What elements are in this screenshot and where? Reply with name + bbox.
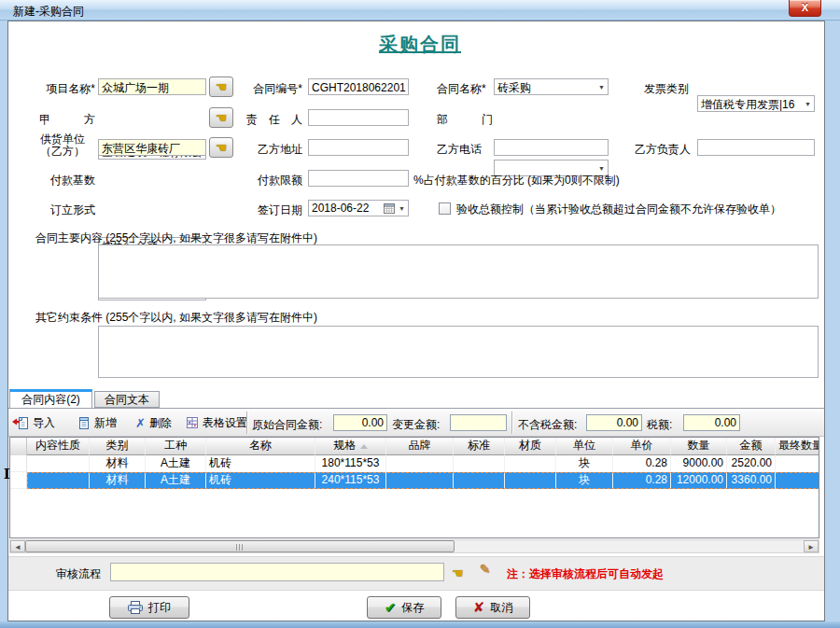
original-amount-input[interactable]: 0.00 — [333, 414, 387, 431]
change-amount-label: 变更金额: — [392, 417, 440, 433]
supplier-browse-button[interactable]: ☚ — [209, 137, 233, 158]
delete-button[interactable]: ✗ 删除 — [133, 412, 175, 433]
check-icon: ✔ — [385, 599, 397, 616]
contract-items-grid: 内容性质类别工种名称规格品牌标准材质单位单价数量金额最终数量 材料A土建机砖18… — [9, 437, 819, 538]
acceptance-label: 验收总额控制（当累计验收总额超过合同金额不允许保存验收单） — [456, 202, 781, 216]
header-cell[interactable]: 内容性质 — [27, 438, 90, 455]
ibeam-cursor: I — [4, 467, 10, 481]
table-cell: A土建 — [146, 472, 206, 489]
print-button[interactable]: 打印 — [109, 596, 189, 619]
party-b-address-input[interactable] — [308, 139, 409, 156]
header-cell[interactable]: 规格 — [315, 438, 386, 455]
scroll-right-arrow[interactable]: ► — [804, 540, 819, 552]
scrollbar-grip — [236, 544, 245, 551]
sign-date-picker[interactable]: 2018-06-22▼ — [308, 200, 409, 216]
contract-no-input[interactable]: CGHT2018062201 — [308, 78, 409, 95]
invoice-type-select[interactable]: 增值税专用发票|16▼ — [697, 95, 815, 112]
window-bottom-edge — [0, 621, 840, 628]
chevron-down-icon: ▼ — [805, 101, 811, 107]
supplier-label-line2: （乙方） — [30, 146, 95, 158]
responsible-label: 责 任 人 — [241, 112, 302, 127]
supplier-input[interactable]: 东营区华康砖厂 — [98, 139, 206, 156]
delete-icon: ✗ — [135, 416, 146, 430]
table-cell: 机砖 — [206, 455, 315, 472]
invoice-type-label: 发票类别 — [644, 81, 693, 96]
chevron-down-icon: ▼ — [399, 205, 405, 212]
contract-no-label: 合同编号* — [241, 81, 302, 96]
add-button[interactable]: 新增 — [75, 412, 119, 433]
project-input[interactable]: 众城广场一期 — [98, 78, 206, 95]
contract-name-select[interactable]: 砖采购▼ — [494, 78, 609, 95]
chevron-down-icon: ▼ — [598, 84, 605, 91]
review-flow-input[interactable] — [110, 563, 444, 581]
edit-pencil-icon[interactable]: ✎ — [480, 562, 491, 577]
calendar-icon — [384, 203, 395, 214]
header-cell[interactable]: 名称 — [206, 438, 315, 455]
payment-limit-input[interactable] — [308, 170, 409, 187]
import-button[interactable]: 导入 — [9, 412, 58, 433]
form-type-label: 订立形式 — [30, 202, 95, 217]
responsible-input[interactable] — [308, 109, 409, 126]
party-b-phone-input[interactable] — [494, 139, 609, 156]
header-cell[interactable]: 单位 — [556, 438, 613, 455]
table-row[interactable]: 材料A土建机砖180*115*53块0.289000.002520.00 — [10, 455, 819, 472]
header-cell[interactable]: 标准 — [454, 438, 505, 455]
table-cell — [454, 455, 505, 472]
table-cell — [27, 455, 90, 472]
untaxed-amount-label: 不含税金额: — [518, 417, 577, 433]
row-selector[interactable] — [10, 455, 27, 472]
tax-amount-input[interactable]: 0.00 — [683, 414, 740, 431]
review-flow-label: 审核流程 — [56, 566, 101, 581]
new-document-icon — [77, 416, 91, 430]
party-b-contact-input[interactable] — [697, 139, 815, 156]
acceptance-checkbox[interactable] — [439, 202, 451, 215]
header-cell[interactable]: 材质 — [505, 438, 556, 455]
department-label: 部 门 — [437, 112, 491, 127]
tab-contract-text[interactable]: 合同文本 — [94, 391, 160, 408]
header-cell[interactable]: 数量 — [671, 438, 727, 455]
horizontal-scrollbar[interactable]: ◄ ► — [9, 539, 819, 553]
table-cell: 材料 — [90, 455, 146, 472]
scroll-left-arrow[interactable]: ◄ — [10, 540, 25, 552]
project-browse-button[interactable]: ☚ — [209, 77, 233, 97]
sort-indicator — [360, 444, 368, 449]
table-settings-label: 表格设置 — [203, 415, 247, 431]
scrollbar-thumb[interactable] — [25, 540, 455, 552]
review-browse-hand-icon[interactable]: ☚ — [452, 564, 464, 582]
save-button[interactable]: ✔ 保存 — [367, 596, 441, 619]
header-cell[interactable]: 单价 — [613, 438, 671, 455]
cancel-button[interactable]: ✘ 取消 — [455, 596, 530, 619]
header-cell[interactable]: 类别 — [90, 438, 146, 455]
party-a-browse-button[interactable]: ☚ — [209, 107, 233, 128]
toolbar-separator — [246, 412, 248, 434]
table-settings-button[interactable]: 表格设置 — [183, 412, 250, 433]
sign-date-label: 签订日期 — [241, 202, 302, 217]
main-content-textarea[interactable] — [98, 244, 819, 299]
header-cell[interactable]: 品牌 — [386, 438, 454, 455]
untaxed-amount-input[interactable]: 0.00 — [586, 414, 642, 431]
close-button[interactable]: X — [789, 0, 821, 17]
hand-icon: ☚ — [216, 140, 228, 155]
tab-contract-content[interactable]: 合同内容(2) — [9, 389, 92, 408]
table-cell — [386, 472, 454, 489]
header-cell[interactable]: 最终数量 — [776, 438, 819, 455]
table-cell: 240*115*53 — [315, 472, 386, 489]
save-label: 保存 — [401, 600, 424, 616]
party-a-label: 甲 方 — [30, 112, 95, 127]
party-b-address-label: 乙方地址 — [241, 142, 302, 157]
header-cell[interactable]: 金额 — [727, 438, 776, 455]
other-terms-textarea[interactable] — [98, 326, 819, 378]
table-cell: 块 — [556, 455, 613, 472]
cancel-label: 取消 — [490, 600, 512, 616]
change-amount-input[interactable] — [450, 414, 507, 431]
contract-name-value: 砖采购 — [497, 81, 531, 94]
table-cell: 块 — [556, 472, 613, 489]
table-row[interactable]: 材料A土建机砖240*115*53块0.2812000.003360.00 — [10, 472, 819, 489]
header-cell[interactable]: 工种 — [146, 438, 206, 455]
tax-amount-label: 税额: — [647, 417, 672, 433]
main-content-label: 合同主要内容 (255个字以内, 如果文字很多请写在附件中) — [35, 230, 317, 245]
row-selector[interactable] — [10, 472, 27, 489]
table-body: 材料A土建机砖180*115*53块0.289000.002520.00材料A土… — [10, 455, 819, 489]
delete-label: 删除 — [149, 415, 172, 431]
table-cell: A土建 — [146, 455, 206, 472]
